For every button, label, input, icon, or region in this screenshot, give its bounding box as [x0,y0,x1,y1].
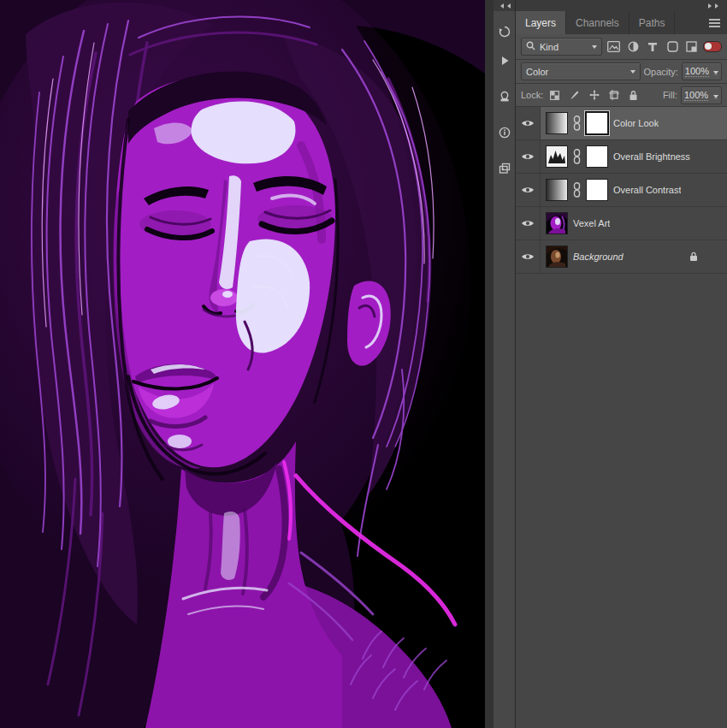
collapse-panel-arrows[interactable] [715,3,721,9]
tab-layers[interactable]: Layers [516,11,566,34]
fill-value: 100% [684,90,708,101]
layer-row[interactable]: Background [516,240,727,274]
chevron-down-icon [592,45,597,51]
type-layer-filter-icon[interactable] [645,39,661,55]
link-mask-icon [573,115,581,131]
chevron-down-icon [713,71,718,75]
panel-topbar [516,0,727,11]
layer-name[interactable]: Background [573,252,624,262]
opacity-value: 100% [685,66,709,77]
lock-artboard-icon[interactable] [606,87,622,103]
background-photo-thumbnail[interactable] [546,246,568,268]
layer-filter-row: Kind [516,34,727,60]
chevron-down-icon [630,70,635,76]
layer-row[interactable]: Overall Brightness [516,140,727,174]
layer-name[interactable]: Overall Contrast [613,185,681,195]
panel-menu-icon[interactable] [709,19,720,27]
layer-mask-thumbnail[interactable] [586,112,608,134]
layer-mask-thumbnail[interactable] [586,145,608,168]
blend-mode-dropdown[interactable]: Color [521,62,641,80]
pixel-layer-filter-icon[interactable] [606,39,622,55]
eye-icon [521,119,535,127]
opacity-dropdown[interactable]: 100% [682,62,722,80]
filter-toggle[interactable] [703,41,722,52]
vexel-artwork [0,0,485,728]
eye-icon [521,186,535,194]
tab-channels[interactable]: Channels [566,11,629,34]
visibility-toggle[interactable] [516,140,541,173]
eye-icon [521,152,535,161]
smart-object-filter-icon[interactable] [683,39,700,55]
panel-tabs: Layers Channels Paths [516,11,727,34]
vexel-art-thumbnail[interactable] [546,212,568,234]
lock-label: Lock: [521,90,543,100]
history-panel-icon[interactable] [496,23,513,40]
shape-layer-filter-icon[interactable] [665,39,681,55]
gradient-map-thumbnail[interactable] [546,112,568,134]
layer-mask-thumbnail[interactable] [586,179,608,201]
blend-mode-value: Color [526,67,548,77]
expand-dock-arrows[interactable] [494,0,515,11]
document-canvas[interactable] [0,0,485,728]
eye-icon [521,219,535,228]
lock-transparent-icon[interactable] [547,87,563,103]
blend-row: Color Opacity: 100% [516,60,727,84]
fill-label: Fill: [663,90,677,100]
link-mask-icon [573,182,581,198]
visibility-toggle[interactable] [516,174,541,206]
chevron-down-icon [713,95,718,99]
layers-panel: Layers Channels Paths Kind [516,0,727,728]
fill-dropdown[interactable]: 100% [681,86,722,104]
lock-position-icon[interactable] [586,87,602,103]
filter-kind-dropdown[interactable]: Kind [521,38,602,56]
visibility-toggle[interactable] [516,240,541,273]
lock-row: Lock: Fill: 100% [516,84,727,107]
dock-gutter [485,0,494,728]
link-mask-icon [573,149,581,164]
filter-search-icon [526,41,535,52]
layer-name[interactable]: Vexel Art [573,218,610,228]
levels-thumbnail[interactable] [546,145,568,168]
layer-list: Color Look Overall Brightness [516,107,727,728]
layer-row[interactable]: Color Look [516,107,727,140]
tab-paths[interactable]: Paths [629,11,676,34]
layer-name[interactable]: Overall Brightness [613,151,690,162]
info-panel-icon[interactable] [496,124,513,141]
clone-source-panel-icon[interactable] [496,88,513,105]
layer-row[interactable]: Vexel Art [516,207,727,240]
collapse-panel-arrows[interactable] [708,3,714,9]
panel-dock [494,0,516,728]
photoshop-window: Layers Channels Paths Kind [0,0,727,728]
layer-row[interactable]: Overall Contrast [516,174,727,207]
eye-icon [521,252,535,261]
layer-lock-icon [689,252,698,262]
filter-kind-value: Kind [540,42,559,52]
layer-comps-panel-icon[interactable] [496,160,513,177]
lock-all-icon[interactable] [625,87,641,103]
lock-pixels-icon[interactable] [566,87,582,103]
visibility-toggle[interactable] [516,107,541,139]
layer-name[interactable]: Color Look [613,118,659,128]
visibility-toggle[interactable] [516,207,541,240]
gradient-map-thumbnail[interactable] [546,179,568,201]
actions-panel-icon[interactable] [496,52,513,69]
adjustment-layer-filter-icon[interactable] [625,39,641,55]
opacity-label: Opacity: [644,67,678,77]
